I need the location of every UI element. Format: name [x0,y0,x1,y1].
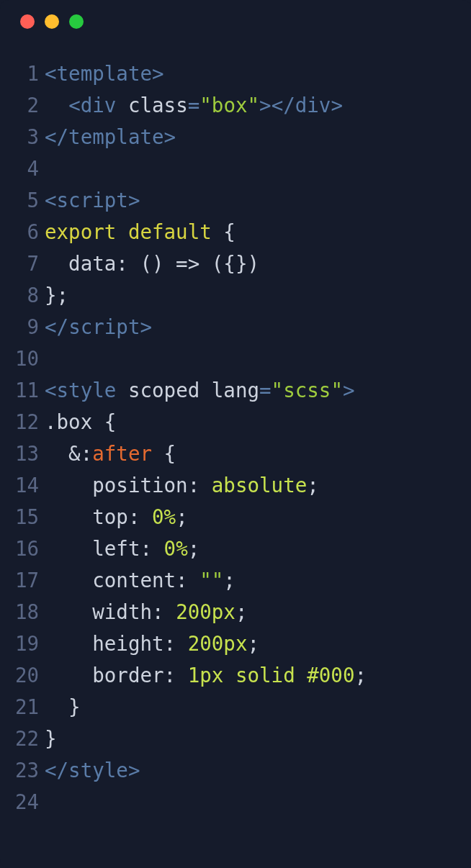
code-content[interactable]: </script> [45,311,152,343]
code-line[interactable]: 23</style> [7,754,464,786]
code-line[interactable]: 13 &:after { [7,438,464,469]
code-content[interactable]: <style scoped lang="scss"> [45,374,355,406]
line-number: 18 [7,596,45,628]
token [45,94,68,117]
code-content[interactable]: }; [45,279,68,311]
code-content[interactable]: } [45,723,57,754]
token: ; [236,600,248,623]
token: <style [45,379,128,402]
code-content[interactable]: border: 1px solid #000; [45,659,367,691]
code-content[interactable]: data: () => ({}) [45,248,259,279]
line-number: 20 [7,659,45,691]
code-content[interactable]: </style> [45,754,140,786]
line-number: 19 [7,628,45,659]
token: after [92,442,152,465]
line-number: 16 [7,533,45,564]
code-line[interactable]: 5<script> [7,184,464,216]
code-line[interactable]: 2 <div class="box"></div> [7,89,464,121]
code-content[interactable]: .box { [45,406,116,438]
line-number: 1 [7,58,45,89]
token: ; [188,537,200,560]
line-number: 2 [7,89,45,121]
code-content[interactable]: <template> [45,58,164,89]
code-line[interactable]: 20 border: 1px solid #000; [7,659,464,691]
maximize-icon[interactable] [69,14,84,29]
code-line[interactable]: 14 position: absolute; [7,469,464,501]
token: ; [307,474,319,497]
code-content[interactable]: export default { [45,216,236,248]
code-line[interactable]: 16 left: 0%; [7,533,464,564]
code-line[interactable]: 10 [7,343,464,374]
code-content[interactable]: } [45,691,81,723]
code-line[interactable]: 4 [7,153,464,184]
code-content[interactable]: content: ""; [45,564,236,596]
token: } [45,727,57,750]
token: &: [45,442,92,465]
code-line[interactable]: 11<style scoped lang="scss"> [7,374,464,406]
code-content[interactable]: <script> [45,184,140,216]
code-content[interactable]: left: 0%; [45,533,199,564]
token: height: [45,632,188,655]
code-content[interactable]: top: 0%; [45,501,188,533]
code-line[interactable]: 12.box { [7,406,464,438]
code-line[interactable]: 15 top: 0%; [7,501,464,533]
line-number: 12 [7,406,45,438]
code-editor[interactable]: 1<template>2 <div class="box"></div>3</t… [0,43,471,818]
code-line[interactable]: 18 width: 200px; [7,596,464,628]
code-content[interactable]: &:after { [45,438,176,469]
line-number: 9 [7,311,45,343]
token: }; [45,284,68,307]
line-number: 23 [7,754,45,786]
line-number: 15 [7,501,45,533]
token: { [212,220,236,243]
line-number: 7 [7,248,45,279]
code-line[interactable]: 24 [7,786,464,818]
token: "" [199,569,223,592]
token: 0% [152,505,176,528]
line-number: 3 [7,121,45,153]
token: top: [45,505,152,528]
close-icon[interactable] [20,14,35,29]
code-line[interactable]: 17 content: ""; [7,564,464,596]
minimize-icon[interactable] [45,14,59,29]
token: data: () => ({}) [45,252,259,275]
token: = [259,379,272,402]
token: <script> [45,189,140,212]
code-line[interactable]: 21 } [7,691,464,723]
token: <div [68,94,128,117]
line-number: 11 [7,374,45,406]
token: class [128,94,188,117]
token: 0% [164,537,188,560]
token: .box { [45,410,116,433]
code-content[interactable]: position: absolute; [45,469,319,501]
code-content[interactable]: height: 200px; [45,628,259,659]
code-line[interactable]: 9</script> [7,311,464,343]
line-number: 4 [7,153,45,184]
line-number: 6 [7,216,45,248]
token: > [343,379,355,402]
line-number: 10 [7,343,45,374]
token: <template> [45,62,164,85]
token: ; [354,664,367,687]
code-line[interactable]: 3</template> [7,121,464,153]
line-number: 14 [7,469,45,501]
token: left: [45,537,164,560]
token: ></div> [259,94,343,117]
token: export default [45,220,212,243]
code-content[interactable]: width: 200px; [45,596,247,628]
token: border: [45,664,188,687]
code-line[interactable]: 8}; [7,279,464,311]
token: 200px [188,632,248,655]
editor-window: 1<template>2 <div class="box"></div>3</t… [0,0,471,868]
line-number: 8 [7,279,45,311]
code-line[interactable]: 22} [7,723,464,754]
line-number: 17 [7,564,45,596]
code-content[interactable]: <div class="box"></div> [45,89,343,121]
code-line[interactable]: 19 height: 200px; [7,628,464,659]
code-content[interactable]: </template> [45,121,176,153]
code-line[interactable]: 1<template> [7,58,464,89]
token: ; [176,505,188,528]
token: ; [247,632,259,655]
code-line[interactable]: 7 data: () => ({}) [7,248,464,279]
code-line[interactable]: 6export default { [7,216,464,248]
